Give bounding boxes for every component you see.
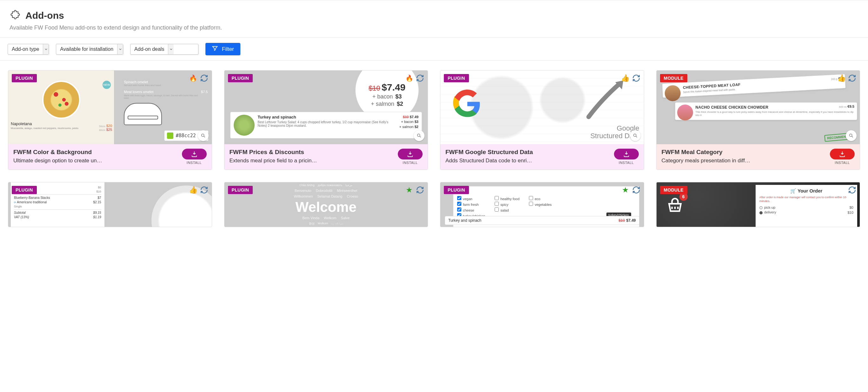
install-label: INSTALL <box>403 161 417 164</box>
card-title: FWFM Color & Background <box>13 149 178 156</box>
install-label: INSTALL <box>619 161 634 164</box>
type-badge: MODULE <box>660 186 687 194</box>
install-button[interactable]: INSTALL <box>182 149 207 164</box>
zoom-button[interactable] <box>846 130 857 141</box>
zoom-button[interactable] <box>198 130 209 141</box>
thumbs-up-icon: 👍 <box>621 74 630 83</box>
card-thumbnail: PLUGIN ★ dges vegan farm fresh cheese tu… <box>440 182 644 227</box>
addon-card: PLUGIN 👍 p-up$0 very$10 Blueberry-Banana… <box>8 182 212 227</box>
svg-point-1 <box>417 134 420 137</box>
flame-icon: 🔥 <box>189 74 198 83</box>
type-badge: PLUGIN <box>228 74 253 82</box>
type-badge: MODULE <box>660 74 687 82</box>
install-button[interactable]: INSTALL <box>398 149 423 164</box>
filter-bar: Add-on type Available for installation A… <box>0 38 868 61</box>
svg-point-3 <box>849 134 852 137</box>
card-thumbnail: MODULE 👍 CHEESE-TOPPED MEAT LOAF Serve t… <box>656 70 860 144</box>
refresh-icon <box>415 74 425 83</box>
install-button[interactable]: INSTALL <box>614 149 639 164</box>
zoom-button[interactable] <box>630 130 641 141</box>
page-subtitle: Available FW Food Menu add-ons to extend… <box>9 25 859 31</box>
refresh-icon <box>848 185 857 194</box>
refresh-icon <box>632 74 641 83</box>
addon-card: MODULE 👍 CHEESE-TOPPED MEAT LOAF Serve t… <box>656 70 860 170</box>
addon-type-label: Add-on type <box>8 44 43 54</box>
thumbs-up-icon: 👍 <box>189 185 198 194</box>
basket-icon: 6 <box>666 196 684 215</box>
svg-point-0 <box>201 134 204 137</box>
google-logo-icon <box>453 90 482 118</box>
card-title: FWFM Prices & Discounts <box>229 149 394 156</box>
card-description: Extends meal price field to a pricin… <box>229 157 394 164</box>
availability-select[interactable]: Available for installation <box>56 44 123 55</box>
addon-type-select[interactable]: Add-on type <box>8 44 49 55</box>
deals-label: Add-on deals <box>130 44 168 54</box>
addons-icon <box>9 10 21 21</box>
refresh-icon <box>200 185 209 194</box>
flame-icon: 🔥 <box>405 74 414 83</box>
addon-card: PLUGIN 🔥 NEW Napoletana Mozzarella, asia… <box>8 70 212 170</box>
chevron-down-icon <box>168 44 174 54</box>
color-swatch <box>167 132 173 139</box>
hex-value: #88cc22 <box>176 133 196 139</box>
card-title: FWFM Google Structured Data <box>445 149 610 156</box>
svg-point-2 <box>633 134 636 137</box>
addon-card: MODULE 6 🛒 Your Order After order is mad… <box>656 182 860 227</box>
cart-icon: 🛒 <box>790 188 796 193</box>
card-thumbnail: MODULE 6 🛒 Your Order After order is mad… <box>656 182 860 227</box>
thumb-item-name: Napoletana <box>11 121 112 126</box>
refresh-icon <box>848 74 857 83</box>
install-label: INSTALL <box>835 161 849 164</box>
zoom-button[interactable] <box>414 130 425 141</box>
new-badge: NEW <box>102 81 111 89</box>
type-badge: PLUGIN <box>12 74 37 82</box>
addon-card: PLUGIN ★ Chào Mừngдобро пожаловатьمرحبا … <box>224 182 428 227</box>
refresh-icon <box>632 185 641 194</box>
arrow-up-icon <box>584 77 629 121</box>
install-label: INSTALL <box>187 161 202 164</box>
star-icon: ★ <box>621 185 630 194</box>
type-badge: PLUGIN <box>12 186 37 194</box>
card-thumbnail: PLUGIN 🔥 $10 $7.49 + bacon$3 + salmon$2 … <box>224 70 428 144</box>
card-title: FWFM Meal Category <box>662 149 827 156</box>
filter-button-label: Filter <box>222 46 234 53</box>
chevron-down-icon <box>117 44 123 54</box>
card-description: Ultimate design option to create un… <box>13 157 178 164</box>
addon-card: PLUGIN 👍 GoogleStructured Data FWFM Goog… <box>440 70 644 170</box>
deals-select[interactable]: Add-on deals <box>130 44 198 55</box>
card-thumbnail: PLUGIN ★ Chào Mừngдобро пожаловатьمرحبا … <box>224 182 428 227</box>
card-thumbnail: PLUGIN 🔥 NEW Napoletana Mozzarella, asia… <box>8 70 212 144</box>
type-badge: PLUGIN <box>444 74 469 82</box>
card-description: Adds Structured Data code to enri… <box>445 157 610 164</box>
install-button[interactable]: INSTALL <box>830 149 855 164</box>
refresh-icon <box>200 74 209 83</box>
card-thumbnail: PLUGIN 👍 p-up$0 very$10 Blueberry-Banana… <box>8 182 212 227</box>
addon-card: PLUGIN ★ dges vegan farm fresh cheese tu… <box>440 182 644 227</box>
thumbs-up-icon: 👍 <box>837 74 846 83</box>
refresh-icon <box>415 185 425 194</box>
chevron-down-icon <box>43 44 49 54</box>
thumb-item-sub: Mozzarella, asiago, roasted red peppers,… <box>11 127 112 130</box>
type-badge: PLUGIN <box>228 186 253 194</box>
star-icon: ★ <box>405 185 414 194</box>
addon-card: PLUGIN 🔥 $10 $7.49 + bacon$3 + salmon$2 … <box>224 70 428 170</box>
availability-label: Available for installation <box>56 44 117 54</box>
type-badge: PLUGIN <box>444 186 469 194</box>
page-title: Add-ons <box>25 10 64 21</box>
filter-button[interactable]: Filter <box>206 43 240 55</box>
funnel-icon <box>212 45 218 53</box>
card-description: Category meals presentation in diff… <box>662 157 827 164</box>
card-thumbnail: PLUGIN 👍 GoogleStructured Data <box>440 70 644 144</box>
